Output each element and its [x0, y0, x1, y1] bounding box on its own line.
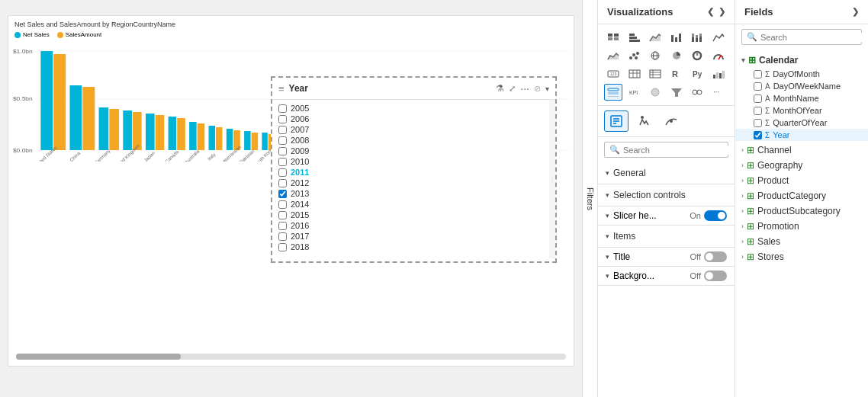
- year-2007[interactable]: 2007: [278, 124, 543, 135]
- viz-icon-map[interactable]: [646, 47, 664, 64]
- field-monthofyear-checkbox[interactable]: [754, 107, 762, 115]
- viz-icon-kpi[interactable]: KPI: [625, 84, 644, 101]
- year-2017-checkbox[interactable]: [278, 232, 287, 241]
- year-2005[interactable]: 2005: [278, 103, 543, 114]
- field-monthname[interactable]: A MonthName: [735, 92, 868, 104]
- year-2009[interactable]: 2009: [278, 146, 543, 156]
- field-group-geography[interactable]: › ⊞ Geography: [735, 158, 868, 173]
- field-group-sales[interactable]: › ⊞ Sales: [735, 234, 868, 249]
- viz-section-selection-header[interactable]: ▾ Selection controls: [598, 184, 735, 206]
- year-2016[interactable]: 2016: [278, 220, 543, 231]
- viz-slicer-header-toggle[interactable]: On: [690, 210, 727, 221]
- year-2015[interactable]: 2015: [278, 210, 543, 220]
- viz-tab-format[interactable]: [604, 110, 628, 132]
- field-dayofweekname-checkbox[interactable]: [754, 82, 762, 91]
- viz-icon-waterfall[interactable]: [709, 66, 728, 82]
- year-2006-checkbox[interactable]: [278, 115, 287, 123]
- year-2014-checkbox[interactable]: [278, 200, 287, 209]
- viz-icon-stacked-bar[interactable]: [604, 29, 622, 46]
- viz-icon-area[interactable]: [646, 29, 664, 46]
- viz-nav-prev[interactable]: ❮: [707, 7, 714, 17]
- year-2009-checkbox[interactable]: [278, 147, 287, 155]
- viz-icon-filled-map[interactable]: [646, 84, 664, 101]
- field-group-productcategory[interactable]: › ⊞ ProductCategory: [735, 188, 868, 203]
- viz-background-toggle[interactable]: Off: [690, 271, 727, 281]
- viz-icon-table[interactable]: [625, 66, 644, 82]
- year-2016-checkbox[interactable]: [278, 222, 287, 230]
- field-monthofyear[interactable]: Σ MonthOfYear: [735, 104, 868, 117]
- viz-icon-more-visuals[interactable]: ···: [709, 84, 728, 101]
- slicer-filter-icon[interactable]: ⚗: [496, 83, 504, 94]
- viz-icon-scatter[interactable]: [625, 47, 644, 64]
- year-2012-checkbox[interactable]: [278, 179, 287, 187]
- field-dayofweekname[interactable]: A DayOfWeekName: [735, 80, 868, 92]
- slicer-resize-handle[interactable]: ⋮: [549, 100, 555, 259]
- viz-icon-matrix[interactable]: [646, 66, 664, 82]
- viz-icon-line[interactable]: [709, 29, 728, 46]
- fields-list: ▾ ⊞ Calendar Σ DayOfMonth A DayOfWeekNam…: [735, 50, 868, 397]
- viz-icon-r-script[interactable]: R: [667, 66, 686, 82]
- year-2018-checkbox[interactable]: [278, 243, 287, 251]
- viz-icon-card[interactable]: 123: [604, 66, 622, 82]
- slicer-more-icon[interactable]: ···: [520, 82, 529, 94]
- slicer-clear-icon[interactable]: ⊘: [534, 84, 541, 94]
- filters-panel[interactable]: Filters: [582, 0, 597, 397]
- year-2010[interactable]: 2010: [278, 156, 543, 167]
- field-group-channel[interactable]: › ⊞ Channel: [735, 142, 868, 158]
- year-2007-checkbox[interactable]: [278, 126, 287, 134]
- year-2005-checkbox[interactable]: [278, 104, 287, 113]
- year-2011[interactable]: 2011: [278, 167, 543, 178]
- viz-background-toggle-switch[interactable]: [704, 271, 727, 281]
- field-group-stores[interactable]: › ⊞ Stores: [735, 249, 868, 264]
- slicer-chevron-icon[interactable]: ▾: [545, 85, 549, 93]
- year-2010-checkbox[interactable]: [278, 158, 287, 166]
- viz-icon-stacked-column[interactable]: [688, 29, 706, 46]
- viz-icon-gauge[interactable]: [709, 47, 728, 64]
- field-group-productsubcategory[interactable]: › ⊞ ProductSubcategory: [735, 203, 868, 219]
- viz-title-toggle[interactable]: Off: [690, 251, 727, 262]
- viz-icon-area2[interactable]: [604, 47, 622, 64]
- field-dayofmonth-checkbox[interactable]: [754, 70, 762, 78]
- chart-scrollbar-thumb[interactable]: [16, 354, 181, 360]
- field-dayofmonth[interactable]: Σ DayOfMonth: [735, 68, 868, 80]
- viz-tab-analytics[interactable]: [659, 110, 683, 132]
- viz-tab-paint[interactable]: [632, 110, 656, 132]
- viz-nav-next[interactable]: ❯: [719, 7, 725, 17]
- fields-nav-next[interactable]: ❯: [852, 7, 859, 17]
- year-2018[interactable]: 2018: [278, 242, 543, 252]
- year-2011-checkbox[interactable]: [278, 168, 287, 177]
- field-group-product[interactable]: › ⊞ Product: [735, 173, 868, 188]
- viz-icon-bar[interactable]: [625, 29, 644, 46]
- viz-icon-pie[interactable]: [667, 47, 686, 64]
- field-monthname-checkbox[interactable]: [754, 94, 762, 103]
- viz-slicer-header-toggle-switch[interactable]: [704, 210, 727, 221]
- chart-scrollbar[interactable]: [16, 354, 566, 360]
- viz-icon-python[interactable]: Py: [688, 66, 706, 82]
- year-2015-checkbox[interactable]: [278, 211, 287, 219]
- viz-title-toggle-switch[interactable]: [704, 251, 727, 262]
- viz-icon-column[interactable]: [667, 29, 686, 46]
- viz-icon-custom[interactable]: [688, 84, 706, 101]
- field-quarterofyear[interactable]: Σ QuarterOfYear: [735, 117, 868, 129]
- viz-icon-slicer[interactable]: [604, 84, 622, 101]
- year-2008[interactable]: 2008: [278, 135, 543, 146]
- year-2008-checkbox[interactable]: [278, 136, 287, 145]
- fields-search-input[interactable]: [760, 33, 866, 42]
- field-group-calendar-header[interactable]: ▾ ⊞ Calendar: [735, 53, 868, 68]
- field-group-promotion[interactable]: › ⊞ Promotion: [735, 219, 868, 234]
- year-2006[interactable]: 2006: [278, 114, 543, 124]
- viz-search-input[interactable]: [623, 146, 728, 155]
- viz-section-general-header[interactable]: ▾ General: [598, 162, 735, 184]
- slicer-expand-icon[interactable]: ⤢: [509, 84, 516, 94]
- year-2013-checkbox[interactable]: [278, 190, 287, 198]
- field-year-checkbox[interactable]: [754, 131, 762, 139]
- viz-icon-donut[interactable]: [688, 47, 706, 64]
- year-2014[interactable]: 2014: [278, 199, 543, 210]
- viz-section-items-header[interactable]: ▾ Items: [598, 226, 735, 247]
- viz-icon-funnel[interactable]: [667, 84, 686, 101]
- year-2013[interactable]: 2013: [278, 188, 543, 199]
- year-2017[interactable]: 2017: [278, 231, 543, 242]
- year-2012[interactable]: 2012: [278, 178, 543, 188]
- field-year[interactable]: Σ Year: [735, 129, 868, 141]
- field-quarterofyear-checkbox[interactable]: [754, 119, 762, 127]
